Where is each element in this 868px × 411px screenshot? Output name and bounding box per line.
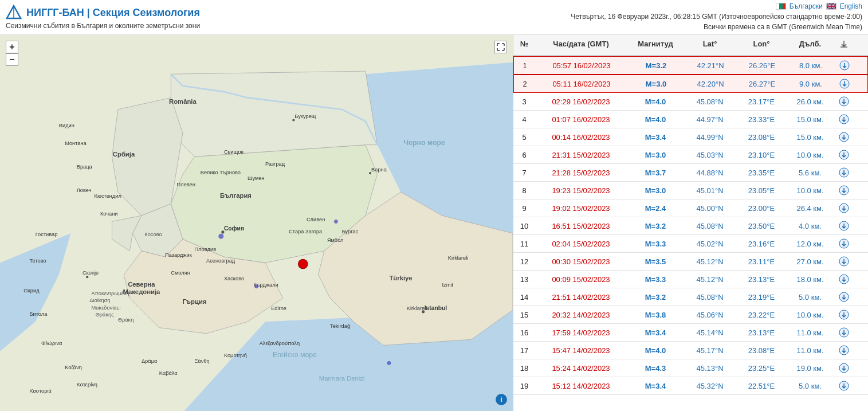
cell-lat: 45.06°N [684, 310, 736, 320]
svg-text:Косово: Косово [144, 232, 162, 237]
title-row: НИГГГ-БАН | Секция Сеизмология [6, 5, 200, 21]
svg-point-27 [292, 119, 294, 121]
cell-lat: 45.01°N [684, 185, 736, 196]
table-row[interactable]: 10 16:51 15/02/2023 M=3.2 45.08°N 23.50°… [513, 217, 868, 235]
download-button-15[interactable] [833, 308, 855, 321]
download-button-7[interactable] [833, 166, 855, 179]
datetime-line1: Четвъртък, 16 Февруари 2023г., 06:28:15 … [571, 11, 862, 22]
download-icon [839, 150, 849, 160]
table-row[interactable]: 12 00:30 15/02/2023 M=3.5 45.12°N 23.11°… [513, 253, 868, 271]
cell-time: 20:32 14/02/2023 [535, 310, 627, 320]
cell-mag: M=3.7 [627, 167, 684, 178]
download-button-10[interactable] [833, 220, 855, 232]
bg-flag-icon [776, 3, 786, 10]
table-row[interactable]: 8 19:23 15/02/2023 M=3.0 45.01°N 23.05°E… [513, 182, 868, 199]
svg-point-78 [219, 234, 223, 238]
cell-num: 19 [513, 381, 535, 392]
col-header-lon: Lon° [736, 38, 787, 52]
cell-time: 15:24 14/02/2023 [535, 363, 627, 374]
cell-mag: M=4.0 [627, 114, 684, 125]
cell-num: 18 [513, 363, 535, 374]
download-button-17[interactable] [833, 344, 855, 357]
map-container[interactable]: България România Србија Косово Северна М… [0, 35, 513, 411]
svg-text:Монтана: Монтана [65, 140, 87, 146]
table-row[interactable]: 13 00:09 15/02/2023 M=3.3 45.12°N 23.13°… [513, 271, 868, 288]
cell-depth: 11.0 км. [787, 345, 833, 356]
header-right: Български English Четвъртък, 16 Февруари [571, 2, 862, 32]
download-button-6[interactable] [833, 148, 855, 161]
cell-time: 00:14 16/02/2023 [535, 132, 627, 143]
download-button-9[interactable] [833, 202, 855, 214]
download-button-1[interactable] [834, 59, 855, 72]
table-row[interactable]: 7 21:28 15/02/2023 M=3.7 44.88°N 23.35°E… [513, 164, 868, 182]
svg-text:Αλεξανδρούπολη: Αλεξανδρούπολη [260, 340, 300, 346]
svg-text:Θράκη: Θράκη [118, 317, 134, 323]
cell-num: 6 [513, 150, 535, 161]
table-row[interactable]: 2 05:11 16/02/2023 M=3.0 42.20°N 26.27°E… [513, 75, 868, 93]
download-icon [839, 203, 849, 213]
cell-lon: 23.35°E [736, 167, 787, 178]
download-button-8[interactable] [833, 184, 855, 197]
fullscreen-button[interactable] [494, 41, 507, 53]
table-row[interactable]: 6 21:31 15/02/2023 M=3.0 45.03°N 23.10°E… [513, 146, 868, 164]
table-row[interactable]: 19 15:12 14/02/2023 M=3.4 45.32°N 22.51°… [513, 377, 868, 395]
table-row[interactable]: 9 19:02 15/02/2023 M=2.4 45.00°N 23.00°E… [513, 199, 868, 217]
svg-text:Хасково: Хасково [224, 276, 244, 281]
table-row[interactable]: 3 02:29 16/02/2023 M=4.0 45.08°N 23.17°E… [513, 93, 868, 111]
cell-num: 10 [513, 221, 535, 232]
cell-num: 4 [513, 114, 535, 125]
svg-text:Kirklareli: Kirklareli [407, 306, 427, 311]
download-button-5[interactable] [833, 131, 855, 143]
download-icon [839, 327, 849, 338]
download-icon [839, 221, 849, 231]
svg-text:Сливен: Сливен [307, 217, 325, 222]
table-row[interactable]: 17 15:47 14/02/2023 M=4.0 45.17°N 23.08°… [513, 342, 868, 359]
cell-time: 16:51 15/02/2023 [535, 221, 627, 232]
table-row[interactable]: 4 01:07 16/02/2023 M=4.0 44.97°N 23.33°E… [513, 111, 868, 128]
site-title: НИГГГ-БАН | Секция Сеизмология [26, 7, 200, 19]
svg-text:Асеновград: Асеновград [206, 258, 235, 264]
bg-lang-link[interactable]: Български [790, 2, 823, 10]
en-lang-link[interactable]: English [840, 2, 862, 10]
table-row[interactable]: 14 21:51 14/02/2023 M=3.2 45.08°N 23.19°… [513, 288, 868, 306]
download-button-12[interactable] [833, 255, 855, 268]
download-button-11[interactable] [833, 237, 855, 250]
svg-text:Егейско море: Егейско море [273, 351, 317, 359]
table-row[interactable]: 5 00:14 16/02/2023 M=3.4 44.99°N 23.08°E… [513, 128, 868, 146]
cell-mag: M=4.3 [627, 363, 684, 374]
zoom-out-button[interactable]: − [6, 53, 18, 66]
cell-mag: M=4.0 [627, 345, 684, 356]
download-button-4[interactable] [833, 113, 855, 126]
cell-lon: 23.11°E [736, 256, 787, 267]
col-header-num: № [513, 38, 535, 52]
download-button-19[interactable] [833, 379, 855, 392]
cell-lon: 23.25°E [736, 363, 787, 374]
cell-depth: 4.0 км. [787, 221, 833, 232]
cell-time: 17:59 14/02/2023 [535, 327, 627, 338]
table-row[interactable]: 18 15:24 14/02/2023 M=4.3 45.13°N 23.25°… [513, 359, 868, 377]
cell-time: 19:02 15/02/2023 [535, 203, 627, 214]
table-row[interactable]: 15 20:32 14/02/2023 M=3.8 45.06°N 23.22°… [513, 306, 868, 324]
cell-depth: 12.0 км. [787, 238, 833, 249]
header-left: НИГГГ-БАН | Секция Сеизмология Сеизмични… [6, 5, 200, 30]
svg-text:България: България [220, 192, 252, 199]
download-button-16[interactable] [833, 326, 855, 339]
cell-time: 00:30 15/02/2023 [535, 256, 627, 267]
download-button-13[interactable] [833, 273, 855, 285]
download-button-3[interactable] [833, 95, 855, 108]
svg-text:Καστοριά: Καστοριά [29, 388, 52, 394]
table-row[interactable]: 11 02:04 15/02/2023 M=3.3 45.02°N 23.16°… [513, 235, 868, 253]
download-button-14[interactable] [833, 291, 855, 303]
table-panel: № Час/дата (GMT) Магнитуд Lat° Lon° Дълб… [513, 35, 868, 411]
download-button-2[interactable] [834, 77, 855, 90]
cell-lat: 45.32°N [684, 381, 736, 392]
table-row[interactable]: 1 05:57 16/02/2023 M=3.2 42.21°N 26.26°E… [513, 56, 868, 75]
zoom-in-button[interactable]: + [6, 41, 18, 53]
info-button[interactable]: i [496, 394, 507, 405]
download-button-18[interactable] [833, 362, 855, 374]
table-row[interactable]: 16 17:59 14/02/2023 M=3.4 45.14°N 23.13°… [513, 324, 868, 342]
cell-lon: 23.22°E [736, 310, 787, 320]
cell-mag: M=3.2 [627, 292, 684, 303]
col-header-lat: Lat° [684, 38, 736, 52]
cell-mag: M=3.0 [627, 79, 685, 89]
